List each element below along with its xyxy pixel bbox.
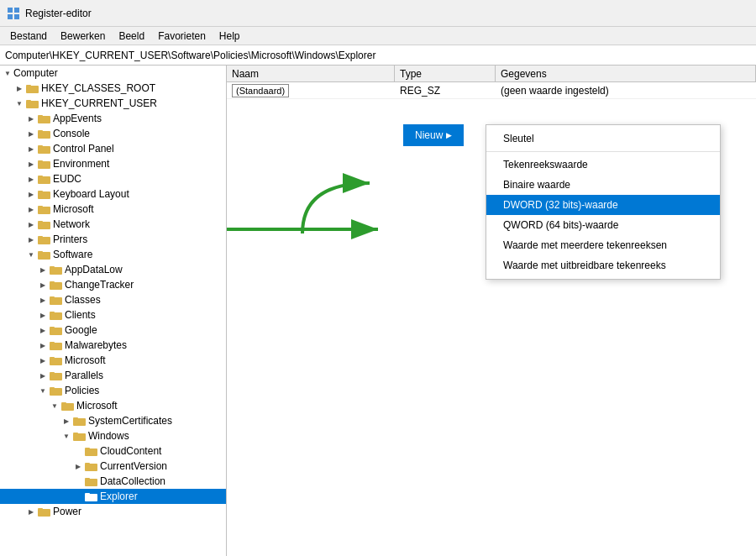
svg-rect-31 [50, 281, 55, 283]
submenu-item-tekenreekswaarde[interactable]: Tekenreekswaarde [486, 155, 720, 175]
menu-beeld[interactable]: Beeld [112, 29, 151, 44]
expander-appevents[interactable] [25, 113, 37, 124]
expander-parallels[interactable] [37, 370, 49, 381]
tree-node-policies[interactable]: Policies [0, 383, 226, 398]
expander-microsoft[interactable] [25, 203, 37, 215]
tree-node-control-panel[interactable]: Control Panel [0, 141, 226, 156]
expander-changetracker[interactable] [37, 279, 49, 291]
tree-node-software[interactable]: Software [0, 247, 226, 262]
tree-node-google[interactable]: Google [0, 323, 226, 338]
svg-rect-33 [50, 296, 55, 298]
folder-icon-eudc [37, 172, 50, 186]
svg-rect-15 [38, 160, 43, 162]
submenu-item-qword[interactable]: QWORD (64 bits)-waarde [486, 215, 720, 235]
expander-policies-microsoft[interactable] [49, 400, 60, 412]
tree-node-systemcertificates[interactable]: SystemCertificates [0, 413, 226, 428]
expander-policies[interactable] [37, 385, 49, 396]
tree-node-windows[interactable]: Windows [0, 428, 226, 443]
tree-node-network[interactable]: Network [0, 217, 226, 232]
tree-node-microsoft[interactable]: Microsoft [0, 202, 226, 217]
folder-icon-appdatalow [49, 263, 62, 276]
expander-network[interactable] [25, 218, 37, 230]
expander-windows[interactable] [60, 430, 72, 442]
expander-microsoft2[interactable] [37, 354, 49, 366]
expander-power[interactable] [25, 506, 37, 517]
expander-appdatalow[interactable] [37, 264, 49, 275]
tree-node-policies-microsoft[interactable]: Microsoft [0, 398, 226, 413]
folder-icon-console [37, 127, 50, 140]
address-bar: Computer\HKEY_CURRENT_USER\Software\Poli… [0, 45, 756, 66]
folder-icon-appevents [37, 112, 50, 125]
svg-rect-52 [85, 448, 97, 456]
tree-node-explorer[interactable]: Explorer [0, 489, 226, 504]
submenu-item-sleutel[interactable]: Sleutel [486, 129, 720, 149]
svg-rect-47 [61, 402, 66, 404]
tree-node-hkey-current-user[interactable]: HKEY_CURRENT_USER [0, 96, 226, 111]
expander-computer[interactable] [2, 67, 13, 79]
svg-rect-45 [50, 387, 55, 389]
tree-node-cloudcontent[interactable]: CloudContent [0, 443, 226, 459]
svg-rect-11 [38, 130, 43, 132]
tree-node-currentversion[interactable]: CurrentVersion [0, 459, 226, 474]
svg-rect-34 [50, 312, 62, 320]
expander-systemcertificates[interactable] [60, 415, 72, 427]
tree-node-appdatalow[interactable]: AppDataLow [0, 262, 226, 277]
submenu-item-binairewaarde[interactable]: Binaire waarde [486, 175, 720, 195]
tree-node-appevents[interactable]: AppEvents [0, 111, 226, 126]
tree-node-changetracker[interactable]: ChangeTracker [0, 277, 226, 292]
main-content: Computer HKEY_CLASSES_ROOT HKEY_CU [0, 66, 756, 556]
submenu-item-meerdere[interactable]: Waarde met meerdere tekenreeksen [486, 235, 720, 255]
svg-rect-44 [50, 388, 62, 396]
submenu-item-dword[interactable]: DWORD (32 bits)-waarde [486, 195, 720, 215]
submenu-item-uitbreidbaar[interactable]: Waarde met uitbreidbare tekenreeks [486, 255, 720, 275]
tree-node-keyboard-layout[interactable]: Keyboard Layout [0, 186, 226, 202]
tree-node-malwarebytes[interactable]: Malwarebytes [0, 338, 226, 353]
tree-node-printers[interactable]: Printers [0, 232, 226, 247]
tree-node-hkey-classes-root[interactable]: HKEY_CLASSES_ROOT [0, 81, 226, 96]
menu-help[interactable]: Help [213, 29, 247, 44]
svg-rect-40 [50, 358, 62, 365]
tree-node-environment[interactable]: Environment [0, 156, 226, 171]
expander-clients[interactable] [37, 309, 49, 321]
tree-node-power[interactable]: Power [0, 504, 226, 519]
svg-rect-49 [73, 417, 78, 419]
expander-eudc[interactable] [25, 173, 37, 185]
folder-icon-systemcertificates [72, 414, 86, 427]
label-network: Network [53, 218, 90, 230]
nieuw-button[interactable]: Nieuw [403, 124, 464, 146]
expander-keyboard-layout[interactable] [25, 188, 37, 200]
expander-software[interactable] [25, 249, 37, 260]
menu-bewerken[interactable]: Bewerken [54, 29, 112, 44]
label-printers: Printers [53, 233, 87, 245]
folder-icon-changetracker [49, 278, 62, 291]
address-path: Computer\HKEY_CURRENT_USER\Software\Poli… [5, 50, 375, 61]
expander-google[interactable] [37, 324, 49, 336]
svg-rect-16 [38, 176, 50, 184]
menu-bestand[interactable]: Bestand [3, 29, 54, 44]
expander-hkey-current-user[interactable] [13, 97, 25, 109]
tree-node-microsoft2[interactable]: Microsoft [0, 353, 226, 368]
tree-node-eudc[interactable]: EUDC [0, 171, 226, 186]
expander-environment[interactable] [25, 158, 37, 170]
col-header-gegevens: Gegevens [496, 66, 756, 81]
expander-console[interactable] [25, 128, 37, 139]
tree-node-clients[interactable]: Clients [0, 307, 226, 323]
expander-hkey-classes-root[interactable] [13, 82, 25, 94]
tree-node-classes[interactable]: Classes [0, 292, 226, 307]
svg-rect-38 [50, 343, 62, 350]
menu-favorieten[interactable]: Favorieten [151, 29, 213, 44]
tree-node-console[interactable]: Console [0, 126, 226, 141]
svg-rect-12 [38, 146, 50, 154]
tree-node-parallels[interactable]: Parallels [0, 368, 226, 383]
expander-malwarebytes[interactable] [37, 339, 49, 351]
expander-currentversion[interactable] [72, 460, 84, 472]
svg-rect-3 [14, 14, 19, 19]
label-google: Google [65, 324, 97, 336]
tree-node-datacollection[interactable]: DataCollection [0, 474, 226, 489]
tree-node-computer[interactable]: Computer [0, 66, 226, 81]
expander-control-panel[interactable] [25, 143, 37, 155]
label-environment: Environment [53, 158, 109, 170]
expander-classes[interactable] [37, 294, 49, 306]
expander-printers[interactable] [25, 233, 37, 245]
svg-rect-53 [85, 448, 90, 449]
